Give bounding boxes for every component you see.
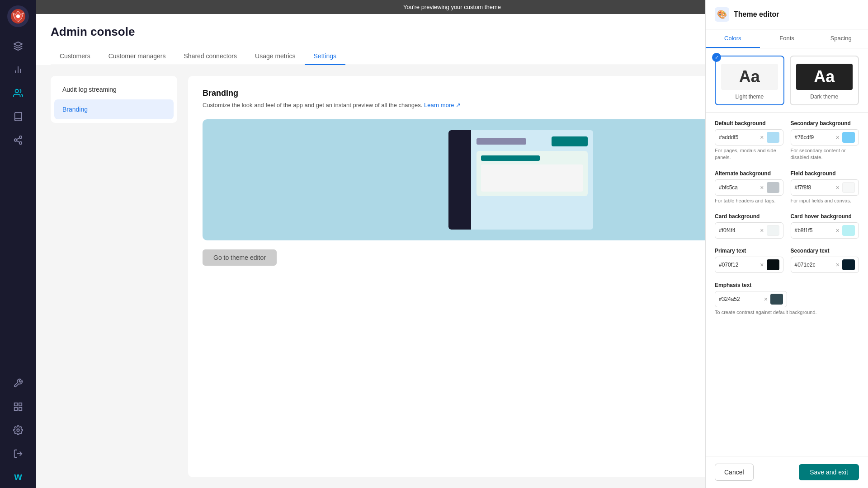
field-bg-clear[interactable]: ×	[835, 184, 840, 191]
sidebar-icon-layers[interactable]	[8, 36, 28, 56]
default-bg-clear[interactable]: ×	[759, 134, 764, 141]
left-panel: Audit log streaming Branding	[51, 76, 177, 477]
theme-preview-image	[448, 130, 593, 230]
left-panel-branding[interactable]: Branding	[54, 99, 174, 119]
emphasis-text-input-row[interactable]: #324a52 ×	[715, 291, 787, 307]
sidebar-icon-people[interactable]	[8, 83, 28, 103]
theme-editor-footer: Cancel Save and exit	[706, 456, 868, 488]
emphasis-text-value: #324a52	[719, 296, 761, 302]
emphasis-text-label: Emphasis text	[715, 282, 859, 288]
default-bg-desc: For pages, modals and side panels.	[715, 147, 783, 161]
tab-usage-metrics[interactable]: Usage metrics	[246, 48, 304, 65]
svg-point-7	[19, 136, 22, 139]
emphasis-text-swatch[interactable]	[770, 294, 783, 305]
svg-line-11	[17, 138, 19, 140]
card-bg-swatch[interactable]	[767, 225, 779, 236]
primary-text-value: #070f12	[719, 262, 757, 268]
primary-text-clear[interactable]: ×	[759, 261, 764, 268]
secondary-text-swatch[interactable]	[842, 259, 855, 270]
light-theme-card[interactable]: ✓ Aa Light theme	[715, 56, 784, 105]
default-bg-swatch[interactable]	[767, 132, 779, 143]
svg-marker-2	[14, 42, 22, 46]
save-exit-button[interactable]: Save and exit	[799, 464, 859, 480]
preview-btn-teal	[552, 136, 588, 146]
secondary-text-value: #071e2c	[795, 262, 833, 268]
field-bg-value: #f7f8f8	[795, 184, 833, 191]
color-row-3: Card background #f0f4f4 × Card hover bac…	[715, 213, 859, 239]
field-bg-desc: For input fields and canvas.	[791, 197, 859, 204]
tab-shared-connectors[interactable]: Shared connectors	[175, 48, 246, 65]
secondary-bg-clear[interactable]: ×	[835, 134, 840, 141]
card-hover-bg-clear[interactable]: ×	[835, 227, 840, 234]
field-bg-input-row[interactable]: #f7f8f8 ×	[791, 179, 859, 196]
svg-rect-12	[14, 403, 17, 406]
card-bg-input-row[interactable]: #f0f4f4 ×	[715, 222, 783, 239]
preview-main-area	[471, 130, 593, 230]
sidebar-icon-share[interactable]	[8, 130, 28, 150]
color-row-2: Alternate background #bfc5ca × For table…	[715, 170, 859, 204]
emphasis-text-desc: To create contrast against default backg…	[715, 309, 859, 316]
alternate-bg-input-row[interactable]: #bfc5ca ×	[715, 179, 783, 196]
secondary-bg-swatch[interactable]	[842, 132, 855, 143]
tab-customer-managers[interactable]: Customer managers	[99, 48, 175, 65]
app-logo[interactable]	[7, 5, 29, 27]
sidebar-icon-settings[interactable]	[8, 420, 28, 440]
tab-customers[interactable]: Customers	[51, 48, 99, 65]
card-hover-bg-label: Card hover background	[791, 213, 859, 220]
secondary-text-label: Secondary text	[791, 248, 859, 254]
secondary-bg-input-row[interactable]: #76cdf9 ×	[791, 129, 859, 145]
left-panel-audit-log[interactable]: Audit log streaming	[54, 80, 174, 99]
field-background-group: Field background #f7f8f8 × For input fie…	[791, 170, 859, 204]
alternate-background-group: Alternate background #bfc5ca × For table…	[715, 170, 783, 204]
primary-text-swatch[interactable]	[767, 259, 779, 270]
wordmark: w	[14, 471, 22, 483]
sub-tab-colors[interactable]: Colors	[706, 29, 760, 48]
secondary-text-group: Secondary text #071e2c ×	[791, 248, 859, 273]
field-bg-swatch[interactable]	[842, 182, 855, 193]
card-bg-value: #f0f4f4	[719, 227, 757, 234]
tab-settings[interactable]: Settings	[305, 48, 346, 65]
sidebar-icon-chart[interactable]	[8, 60, 28, 80]
light-theme-aa: Aa	[721, 64, 778, 90]
sub-tab-spacing[interactable]: Spacing	[814, 29, 868, 48]
learn-more-link[interactable]: Learn more ↗	[424, 102, 461, 108]
emphasis-text-clear[interactable]: ×	[763, 296, 769, 303]
sidebar-icon-export[interactable]	[8, 444, 28, 464]
svg-point-8	[14, 139, 17, 141]
light-theme-check: ✓	[712, 53, 721, 62]
alternate-bg-swatch[interactable]	[767, 182, 779, 193]
primary-text-input-row[interactable]: #070f12 ×	[715, 257, 783, 273]
card-bg-clear[interactable]: ×	[759, 227, 764, 234]
theme-editor-header: 🎨 Theme editor	[706, 0, 868, 29]
sidebar-icon-book[interactable]	[8, 107, 28, 127]
sidebar-icon-wrench[interactable]	[8, 373, 28, 393]
dark-theme-label: Dark theme	[796, 94, 853, 100]
alternate-bg-desc: For table headers and tags.	[715, 197, 783, 204]
dark-theme-aa: Aa	[796, 64, 853, 90]
sub-tab-fonts[interactable]: Fonts	[760, 29, 814, 48]
primary-text-group: Primary text #070f12 ×	[715, 248, 783, 273]
secondary-bg-label: Secondary background	[791, 120, 859, 127]
preview-card-content	[481, 164, 583, 192]
secondary-text-input-row[interactable]: #071e2c ×	[791, 257, 859, 273]
alternate-bg-clear[interactable]: ×	[759, 184, 764, 191]
color-fields-area: Default background #adddf5 × For pages, …	[706, 113, 868, 456]
preview-bar-gray	[476, 138, 526, 145]
default-bg-input-row[interactable]: #adddf5 ×	[715, 129, 783, 145]
alternate-bg-label: Alternate background	[715, 170, 783, 177]
preview-card-bar	[481, 155, 540, 161]
go-to-theme-editor-button[interactable]: Go to theme editor	[203, 249, 277, 266]
theme-editor-icon: 🎨	[715, 7, 729, 22]
svg-point-16	[17, 429, 19, 432]
dark-theme-card[interactable]: Aa Dark theme	[790, 56, 859, 105]
sidebar-icon-grid[interactable]	[8, 397, 28, 417]
default-bg-value: #adddf5	[719, 134, 757, 141]
svg-line-10	[17, 141, 19, 142]
cancel-button[interactable]: Cancel	[715, 464, 754, 481]
secondary-bg-value: #76cdf9	[795, 134, 833, 141]
secondary-text-clear[interactable]: ×	[835, 261, 840, 268]
card-hover-bg-swatch[interactable]	[842, 225, 855, 236]
svg-rect-15	[14, 408, 17, 410]
card-hover-bg-input-row[interactable]: #b8f1f5 ×	[791, 222, 859, 239]
svg-rect-13	[19, 403, 22, 406]
